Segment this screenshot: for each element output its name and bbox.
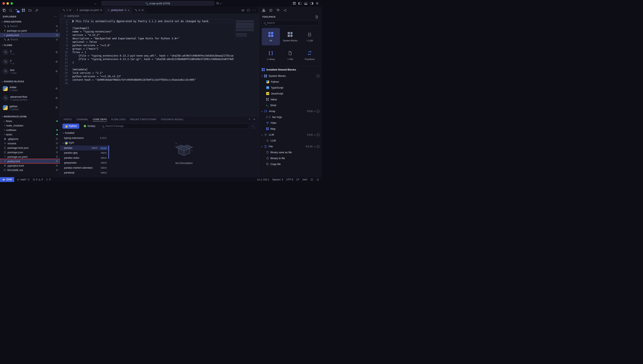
package-search-input[interactable]: [105, 125, 247, 128]
version-select[interactable]: 0.2.6: [307, 133, 312, 136]
bell-icon[interactable]: [316, 178, 319, 181]
split-editor-icon[interactable]: [247, 9, 250, 11]
code-line[interactable]: 16 lock-version = "2.1": [60, 71, 259, 74]
tile-file[interactable]: ⊘File: [281, 46, 300, 64]
info-icon[interactable]: i: [317, 74, 320, 78]
block-iter-args[interactable]: [·]Iter Args: [259, 114, 322, 120]
workspace-file-selected[interactable]: ≡ poetry.lock U: [0, 159, 60, 163]
indentation[interactable]: Spaces: 4: [272, 178, 283, 181]
package-box-icon[interactable]: [269, 9, 272, 12]
tab-toolpack-install[interactable]: TOOLPACK INSTALL: [161, 118, 184, 120]
workspace-file[interactable]: ≡ oocana U: [0, 141, 60, 146]
code-line[interactable]: 8 python-versions = ">=3.8": [60, 44, 259, 47]
open-editor-item[interactable]: 1 flows/1 U: [0, 24, 60, 28]
tab-flow-a[interactable]: A U: [132, 7, 146, 14]
block-typescript[interactable]: TSTypeScript: [259, 85, 322, 90]
back-arrow-icon[interactable]: ←: [94, 2, 97, 5]
code-line[interactable]: 5 version = "4.13.2": [60, 33, 259, 37]
package-row[interactable]: pandas latest Install: [60, 146, 110, 150]
tab-ports[interactable]: PORTS: [64, 118, 72, 120]
workspace-folder[interactable]: tasks: [0, 132, 60, 136]
breadcrumb[interactable]: ≡ poetry.lock: [60, 14, 259, 18]
code-editor[interactable]: 1 # This file is automatically @generate…: [60, 18, 259, 116]
workspace-file[interactable]: ⚙ pyproject.toml U: [0, 163, 60, 168]
code-line[interactable]: 2: [60, 23, 259, 26]
flow-list-item[interactable]: s a ⚙: [0, 57, 60, 66]
block-llm[interactable]: LLM: [259, 138, 322, 144]
installed-package-row[interactable]: typing-extensions 4.13.2: [60, 136, 110, 141]
flows-activity-icon[interactable]: 44: [15, 9, 18, 12]
code-line[interactable]: 18 content-hash = "1b90010dabf08d3cfefc0…: [60, 78, 259, 82]
code-line[interactable]: 19: [60, 82, 259, 85]
tab-flow-1[interactable]: 1 U: [60, 7, 74, 14]
toolpack-search-input[interactable]: [267, 22, 317, 24]
close-icon[interactable]: ×: [4, 34, 5, 37]
group-array[interactable]: [] Array 0.0.8 i: [259, 108, 322, 114]
block-binary-save-as-file[interactable]: Binary save as file: [259, 149, 322, 155]
workspace-folder[interactable]: flows: [0, 119, 60, 123]
gear-icon[interactable]: ⚙: [55, 70, 58, 73]
eol-sequence[interactable]: LF: [296, 178, 299, 181]
code-line[interactable]: 6 description = "Backported and Experime…: [60, 37, 259, 40]
layout-check-icon[interactable]: [310, 178, 313, 181]
tile-all[interactable]: All: [262, 28, 280, 46]
package-row[interactable]: geopandas latest: [60, 160, 110, 166]
shared-block-item[interactable]: advanced-flow advanced-flow ⚙: [0, 93, 60, 103]
package-row[interactable]: pandas-market-calendars latest: [60, 166, 110, 170]
open-editor-item[interactable]: A flows/a U: [0, 37, 60, 42]
shared-block-item[interactable]: python python ⚙: [0, 103, 60, 112]
new-toolpack-icon[interactable]: [315, 16, 318, 18]
workspace-folder[interactable]: node_modules: [0, 123, 60, 128]
shared-block-item[interactable]: Adder adder ⚙: [0, 84, 60, 93]
version-select[interactable]: 0.0.10: [306, 145, 312, 148]
code-line[interactable]: 17 python-versions = ">=3.10,<3.13": [60, 74, 259, 78]
gear-icon[interactable]: ⚙: [55, 87, 58, 90]
editor-more-actions-icon[interactable]: ···: [252, 8, 256, 12]
flow-list-item[interactable]: test test ⚙: [0, 66, 60, 76]
compare-changes-icon[interactable]: ⇄: [242, 8, 244, 12]
block-copy-file[interactable]: Copy file: [259, 161, 322, 167]
gear-icon[interactable]: ⚙: [55, 60, 58, 63]
code-line[interactable]: 10 files = [: [60, 50, 259, 54]
terminal-toggle-icon[interactable]: >_: [251, 124, 256, 129]
close-window-button[interactable]: [2, 2, 5, 5]
block-javascript[interactable]: JSJavaScript: [259, 90, 322, 96]
encoding[interactable]: UTF-8: [286, 178, 293, 181]
workspace-file[interactable]: {} package.json U: [0, 150, 60, 154]
tile-transform[interactable]: Transform: [300, 46, 319, 64]
profile-switcher[interactable]: [216, 2, 221, 5]
close-panel-icon[interactable]: ×: [254, 118, 255, 121]
group-llm[interactable]: LLM 0.2.6 i: [259, 132, 322, 138]
explorer-files-icon[interactable]: [3, 9, 6, 12]
code-line[interactable]: 15 [metadata]: [60, 68, 259, 71]
language-mode[interactable]: toml: [302, 178, 307, 181]
group-file[interactable]: File 0.0.10 i: [259, 144, 322, 149]
python-registry-button[interactable]: Python: [62, 124, 79, 129]
nodejs-registry-button[interactable]: Nodejs: [81, 124, 98, 129]
block-filter[interactable]: Filter: [259, 120, 322, 126]
paint-roller-icon[interactable]: [276, 9, 280, 12]
toolpack-icon[interactable]: [262, 9, 265, 12]
workspace-file[interactable]: ◆ .gitignore U: [0, 136, 60, 141]
flow-list-item[interactable]: 1 1 ⚙: [0, 48, 60, 57]
open-editor-item-active[interactable]: × poetry.lock U: [0, 33, 60, 37]
ports-item[interactable]: 0: [46, 178, 50, 181]
package-row[interactable]: pandas-stubs latest: [60, 156, 110, 160]
block-map[interactable]: Map: [259, 126, 322, 132]
toggle-bottom-panel-icon[interactable]: [304, 2, 307, 5]
toggle-right-panel-icon[interactable]: [310, 2, 313, 5]
version-select[interactable]: 0.0.8: [307, 110, 312, 113]
tile-llm[interactable]: ◇LLM: [300, 28, 319, 46]
workspace-section-header[interactable]: WORKSPACE [OVM]: [0, 114, 60, 119]
command-center[interactable]: usage-guide [OVM]: [101, 1, 214, 6]
tab-flow-logs[interactable]: FLOW LOGS: [111, 118, 126, 120]
search-icon[interactable]: [9, 9, 12, 12]
code-line[interactable]: 1 # This file is automatically @generate…: [60, 20, 259, 23]
git-branch-item[interactable]: main*: [17, 178, 30, 181]
block-value[interactable]: Value: [259, 96, 322, 102]
workspace-file[interactable]: {} package-lock.json U: [0, 146, 60, 150]
close-tab-icon[interactable]: ×: [128, 9, 130, 12]
share-icon[interactable]: [284, 9, 287, 12]
code-line[interactable]: 9 groups = ["main"]: [60, 47, 259, 50]
code-line[interactable]: 13 ]: [60, 61, 259, 64]
